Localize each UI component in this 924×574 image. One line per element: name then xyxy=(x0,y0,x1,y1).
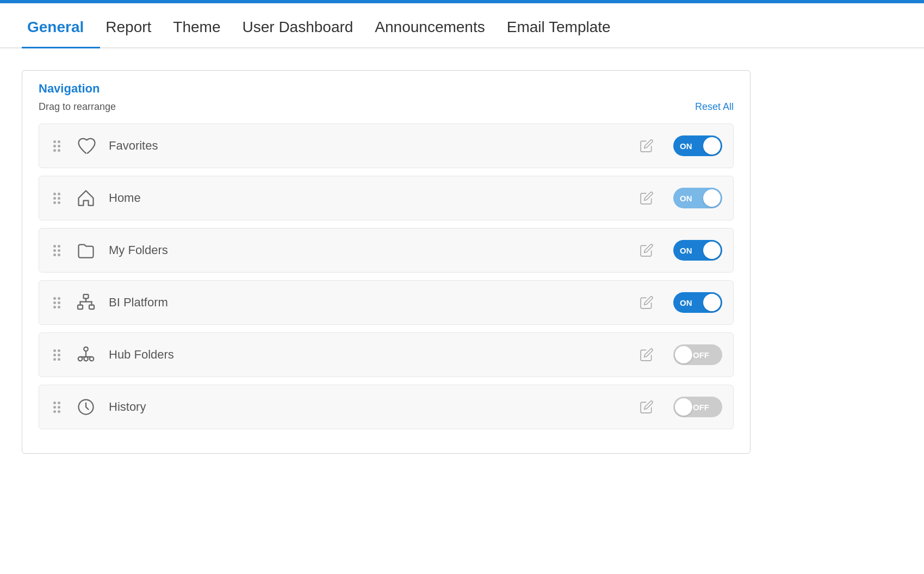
nav-row-history: History OFF xyxy=(39,385,734,429)
toggle-label-favorites: ON xyxy=(680,141,692,151)
drag-hint: Drag to rearrange xyxy=(39,101,116,113)
drag-handle-history[interactable] xyxy=(50,402,63,413)
nav-row-hub-folders: Hub Folders OFF xyxy=(39,332,734,377)
nav-label-history: History xyxy=(109,400,629,414)
toggle-knob-favorites xyxy=(703,137,721,155)
toggle-knob-home xyxy=(703,189,721,207)
tab-general[interactable]: General xyxy=(22,3,100,48)
tab-email-template[interactable]: Email Template xyxy=(501,3,627,48)
toggle-my-folders[interactable]: ON xyxy=(673,240,722,261)
toggle-knob-bi-platform xyxy=(703,294,721,311)
nav-row-my-folders: My Folders ON xyxy=(39,228,734,273)
nav-label-hub-folders: Hub Folders xyxy=(109,348,629,362)
toggle-knob-my-folders xyxy=(703,242,721,259)
drag-handle-bi-platform[interactable] xyxy=(50,297,63,308)
toggle-knob-hub-folders xyxy=(675,346,692,363)
nav-row-home: Home ON xyxy=(39,176,734,220)
navigation-section: Navigation Drag to rearrange Reset All F… xyxy=(22,70,751,454)
edit-icon-hub-folders[interactable] xyxy=(640,348,654,362)
heart-icon xyxy=(74,134,98,158)
drag-handle-favorites[interactable] xyxy=(50,140,63,152)
toggle-label-my-folders: ON xyxy=(680,246,692,255)
tab-announcements[interactable]: Announcements xyxy=(369,3,501,48)
toggle-label-bi-platform: ON xyxy=(680,298,692,307)
nav-label-home: Home xyxy=(109,191,629,205)
tab-theme[interactable]: Theme xyxy=(168,3,237,48)
section-title: Navigation xyxy=(39,82,734,96)
home-icon xyxy=(74,186,98,210)
toggle-home[interactable]: ON xyxy=(673,188,722,208)
toggle-favorites[interactable]: ON xyxy=(673,135,722,156)
toggle-label-hub-folders: OFF xyxy=(693,350,709,360)
tab-report[interactable]: Report xyxy=(100,3,168,48)
folder-icon xyxy=(74,238,98,262)
reset-all-button[interactable]: Reset All xyxy=(695,101,734,113)
edit-icon-favorites[interactable] xyxy=(640,139,654,153)
toggle-label-history: OFF xyxy=(693,403,709,412)
toggle-knob-history xyxy=(675,398,692,416)
toggle-hub-folders[interactable]: OFF xyxy=(673,344,722,365)
hub-folders-icon xyxy=(74,343,98,367)
edit-icon-bi-platform[interactable] xyxy=(640,295,654,310)
tab-user-dashboard[interactable]: User Dashboard xyxy=(237,3,369,48)
history-icon xyxy=(74,395,98,419)
edit-icon-history[interactable] xyxy=(640,400,654,414)
nav-row-bi-platform: BI Platform ON xyxy=(39,280,734,325)
top-navigation: GeneralReportThemeUser DashboardAnnounce… xyxy=(0,3,924,48)
nav-label-bi-platform: BI Platform xyxy=(109,295,629,310)
nav-label-my-folders: My Folders xyxy=(109,243,629,257)
drag-handle-hub-folders[interactable] xyxy=(50,349,63,361)
nav-items-list: Favorites ONHome ONMy Folders ON BI Plat… xyxy=(39,124,734,429)
edit-icon-home[interactable] xyxy=(640,191,654,205)
toggle-label-home: ON xyxy=(680,194,692,203)
drag-handle-my-folders[interactable] xyxy=(50,245,63,256)
bi-platform-icon xyxy=(74,291,98,314)
toggle-history[interactable]: OFF xyxy=(673,397,722,417)
nav-label-favorites: Favorites xyxy=(109,139,629,153)
toggle-bi-platform[interactable]: ON xyxy=(673,292,722,313)
section-header: Drag to rearrange Reset All xyxy=(39,101,734,113)
edit-icon-my-folders[interactable] xyxy=(640,243,654,257)
main-content: Navigation Drag to rearrange Reset All F… xyxy=(0,48,924,476)
drag-handle-home[interactable] xyxy=(50,193,63,204)
nav-row-favorites: Favorites ON xyxy=(39,124,734,168)
